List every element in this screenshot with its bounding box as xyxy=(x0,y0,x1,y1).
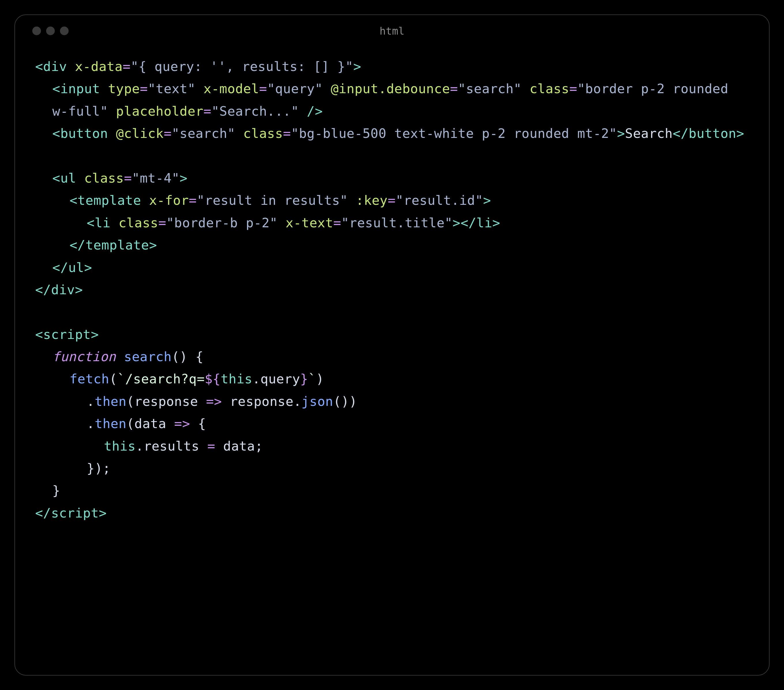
code-token: placeholder xyxy=(116,104,204,119)
code-line: <input type="text" x-model="query" @inpu… xyxy=(35,78,749,122)
code-token xyxy=(198,394,206,409)
code-token xyxy=(522,81,530,96)
code-token: < xyxy=(53,170,61,186)
code-token: </ xyxy=(35,505,51,521)
code-token xyxy=(166,416,175,431)
code-editor[interactable]: <div x-data="{ query: '', results: [] }"… xyxy=(15,41,769,675)
code-token xyxy=(235,126,243,141)
code-token: > xyxy=(75,282,83,297)
code-token: "result in results" xyxy=(197,193,348,208)
code-line: <ul class="mt-4"> xyxy=(35,167,749,189)
code-token: :key xyxy=(356,193,388,208)
code-token: then xyxy=(94,416,126,431)
code-token: = xyxy=(189,193,197,208)
code-token: = xyxy=(333,215,341,231)
code-token xyxy=(116,349,124,364)
code-line xyxy=(35,145,749,167)
code-token xyxy=(67,59,75,74)
code-token xyxy=(222,394,230,409)
code-token: results xyxy=(143,439,199,454)
code-token xyxy=(100,81,108,96)
code-token xyxy=(35,148,43,163)
code-window: html <div x-data="{ query: '', results: … xyxy=(15,15,769,675)
code-token xyxy=(108,126,116,141)
maximize-dot-icon[interactable] xyxy=(60,26,69,35)
code-line: <template x-for="result in results" :key… xyxy=(35,189,749,211)
code-token xyxy=(108,104,116,119)
code-line: fetch(`/search?q=${this.query}`) xyxy=(35,368,749,390)
code-token: "search" xyxy=(172,126,236,141)
code-token: > xyxy=(99,505,107,521)
code-line: <div x-data="{ query: '', results: [] }"… xyxy=(35,55,749,78)
code-token xyxy=(299,104,307,119)
code-line: function search() { xyxy=(35,346,749,368)
code-token: "result.title" xyxy=(341,215,453,231)
code-token: type xyxy=(108,81,140,96)
code-token: < xyxy=(69,193,77,208)
code-token: = xyxy=(283,126,291,141)
code-token: response xyxy=(230,394,293,409)
code-token: this xyxy=(221,371,252,386)
code-token: > xyxy=(91,327,99,342)
code-token: script xyxy=(43,327,91,342)
code-token: = xyxy=(569,81,577,96)
code-token: }); xyxy=(87,461,111,476)
code-line: this.results = data; xyxy=(35,435,749,457)
code-line: </script> xyxy=(35,502,749,524)
code-token: </ xyxy=(53,260,68,275)
code-token: </ xyxy=(69,238,85,253)
code-token: = xyxy=(124,170,132,186)
code-token: template xyxy=(77,193,141,208)
code-token xyxy=(215,439,223,454)
code-token: @input.debounce xyxy=(331,81,450,96)
code-token: div xyxy=(51,282,75,297)
close-dot-icon[interactable] xyxy=(32,26,41,35)
code-token: ` xyxy=(308,371,316,386)
code-token: => xyxy=(174,416,190,431)
code-token: = xyxy=(164,126,172,141)
code-token: > xyxy=(353,59,361,74)
code-line: <li class="border-b p-2" x-text="result.… xyxy=(35,212,749,234)
code-token: } xyxy=(53,483,61,498)
code-token: response xyxy=(134,394,198,409)
code-token: . xyxy=(293,394,301,409)
code-line: .then(data => { xyxy=(35,413,749,435)
code-token: x-model xyxy=(204,81,259,96)
code-token xyxy=(141,193,149,208)
code-token: "{ query: '', results: [] }" xyxy=(130,59,353,74)
code-token: ${ xyxy=(205,371,221,386)
code-token: () { xyxy=(172,349,204,364)
code-token: "text" xyxy=(148,81,196,96)
code-token: fetch xyxy=(69,371,109,386)
code-line: } xyxy=(35,479,749,502)
code-token: > xyxy=(492,215,501,231)
code-token: @click xyxy=(116,126,164,141)
code-token: "border-b p-2" xyxy=(166,215,278,231)
code-token: = xyxy=(123,59,131,74)
code-token: = xyxy=(259,81,267,96)
code-token: ( xyxy=(127,416,135,431)
code-line: }); xyxy=(35,457,749,479)
code-token: ></ xyxy=(453,215,476,231)
code-token: = xyxy=(388,193,396,208)
code-token: div xyxy=(43,59,67,74)
code-token: button xyxy=(688,126,736,141)
code-token: } xyxy=(300,371,308,386)
code-token: template xyxy=(85,238,149,253)
code-token xyxy=(323,81,331,96)
code-token: < xyxy=(53,81,61,96)
code-token xyxy=(111,215,119,231)
code-token xyxy=(195,81,204,96)
code-token xyxy=(76,170,84,186)
code-token: { xyxy=(190,416,206,431)
code-line: <script> xyxy=(35,324,749,346)
code-token: then xyxy=(94,394,126,409)
minimize-dot-icon[interactable] xyxy=(46,26,55,35)
code-token: ul xyxy=(60,170,76,186)
code-token: "mt-4" xyxy=(132,170,180,186)
code-token: Search xyxy=(625,126,673,141)
code-token: "Search..." xyxy=(211,104,299,119)
code-token: input xyxy=(60,81,100,96)
code-line: </template> xyxy=(35,234,749,256)
window-title: html xyxy=(380,25,405,37)
